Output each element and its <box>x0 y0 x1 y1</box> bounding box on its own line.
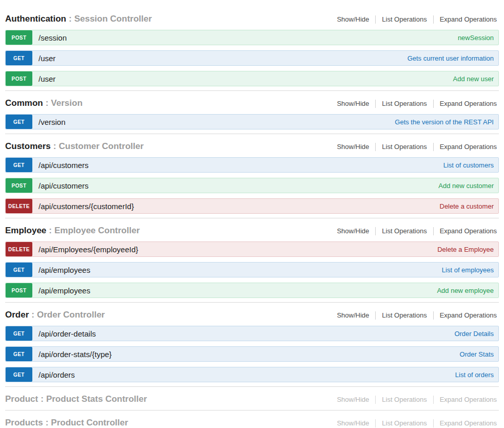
endpoint-summary[interactable]: List of orders <box>455 367 498 382</box>
resource-heading: Product:Product Stats Controller Show/Hi… <box>5 394 499 410</box>
show-hide-link[interactable]: Show/Hide <box>331 227 375 235</box>
endpoint-row[interactable]: GET /version Gets the version of the RES… <box>5 114 499 129</box>
http-method-badge: POST <box>6 30 32 45</box>
endpoint-row[interactable]: POST /user Add new user <box>5 71 499 86</box>
resource-title: Customers:Customer Controller <box>5 141 144 152</box>
show-hide-link[interactable]: Show/Hide <box>331 419 375 427</box>
resource-heading: Common:Version Show/Hide List Operations… <box>5 98 499 114</box>
endpoint-row[interactable]: POST /session newSession <box>5 30 499 45</box>
heading-separator: : <box>46 98 49 108</box>
endpoint-summary[interactable]: Order Details <box>454 326 498 341</box>
expand-operations-link[interactable]: Expand Operations <box>433 143 497 151</box>
expand-operations-link[interactable]: Expand Operations <box>433 227 497 235</box>
resource-name[interactable]: Order <box>5 310 29 320</box>
resource-name[interactable]: Authentication <box>5 14 66 24</box>
expand-operations-link[interactable]: Expand Operations <box>433 396 497 404</box>
controller-name: Employee Controller <box>54 226 140 235</box>
list-operations-link[interactable]: List Operations <box>375 396 433 404</box>
resource-name[interactable]: Customers <box>5 141 51 151</box>
endpoint-list: GET /version Gets the version of the RES… <box>5 114 499 129</box>
resource-options: Show/Hide List Operations Expand Operati… <box>331 419 497 427</box>
endpoint-row[interactable]: GET /api/employees List of employees <box>5 262 499 277</box>
show-hide-link[interactable]: Show/Hide <box>331 143 375 151</box>
http-method-badge: POST <box>6 178 32 193</box>
show-hide-link[interactable]: Show/Hide <box>331 15 375 24</box>
resource-options: Show/Hide List Operations Expand Operati… <box>331 143 497 151</box>
expand-operations-link[interactable]: Expand Operations <box>433 15 497 24</box>
http-method-badge: GET <box>6 326 32 341</box>
endpoint-path[interactable]: /api/Employees/{employeeId} <box>38 242 138 256</box>
resource-name[interactable]: Products <box>5 418 43 427</box>
endpoint-summary[interactable]: Gets current user information <box>408 51 498 65</box>
http-method-badge: GET <box>6 115 32 129</box>
endpoint-list: GET /api/customers List of customers POS… <box>5 157 499 214</box>
endpoint-summary[interactable]: Gets the version of the REST API <box>395 115 498 129</box>
show-hide-link[interactable]: Show/Hide <box>331 100 375 108</box>
http-method-badge: GET <box>6 158 32 172</box>
endpoint-row[interactable]: GET /api/orders List of orders <box>5 367 499 382</box>
list-operations-link[interactable]: List Operations <box>375 311 433 320</box>
endpoint-path[interactable]: /api/customers <box>38 158 89 172</box>
expand-operations-link[interactable]: Expand Operations <box>433 100 497 108</box>
api-resource-section: Employee:Employee Controller Show/Hide L… <box>5 218 499 303</box>
endpoint-path[interactable]: /api/orders <box>38 367 75 382</box>
endpoint-summary[interactable]: Add new customer <box>438 178 498 193</box>
resource-heading: Customers:Customer Controller Show/Hide … <box>5 141 499 157</box>
resource-heading: Authentication:Session Controller Show/H… <box>5 13 499 30</box>
endpoint-summary[interactable]: newSession <box>458 30 498 45</box>
endpoint-path[interactable]: /api/employees <box>38 263 90 277</box>
endpoint-path[interactable]: /user <box>38 51 55 65</box>
endpoint-path[interactable]: /user <box>38 71 55 86</box>
resource-name[interactable]: Employee <box>5 226 46 235</box>
list-operations-link[interactable]: List Operations <box>375 419 433 427</box>
resource-options: Show/Hide List Operations Expand Operati… <box>331 227 497 235</box>
resource-name[interactable]: Common <box>5 98 43 108</box>
endpoint-path[interactable]: /api/employees <box>38 283 90 297</box>
api-resource-section: Authentication:Session Controller Show/H… <box>5 7 499 91</box>
endpoint-row[interactable]: GET /api/order-details Order Details <box>5 326 499 341</box>
expand-operations-link[interactable]: Expand Operations <box>433 419 497 427</box>
list-operations-link[interactable]: List Operations <box>375 100 433 108</box>
resource-options: Show/Hide List Operations Expand Operati… <box>331 100 497 108</box>
resource-name[interactable]: Product <box>5 394 38 404</box>
resource-title: Authentication:Session Controller <box>5 13 152 24</box>
endpoint-path[interactable]: /api/customers/{customerId} <box>38 199 134 213</box>
endpoint-path[interactable]: /api/order-details <box>38 326 96 341</box>
endpoint-summary[interactable]: Order Stats <box>460 347 498 361</box>
list-operations-link[interactable]: List Operations <box>375 227 433 235</box>
endpoint-summary[interactable]: Delete a customer <box>440 199 499 213</box>
resource-options: Show/Hide List Operations Expand Operati… <box>331 15 497 24</box>
http-method-badge: GET <box>6 263 32 277</box>
endpoint-row[interactable]: GET /api/customers List of customers <box>5 157 499 173</box>
endpoint-path[interactable]: /session <box>38 30 67 45</box>
endpoint-list: DELETE /api/Employees/{employeeId} Delet… <box>5 241 499 298</box>
api-resource-section: Product:Product Stats Controller Show/Hi… <box>5 387 499 411</box>
controller-name: Product Controller <box>51 418 128 427</box>
endpoint-row[interactable]: DELETE /api/Employees/{employeeId} Delet… <box>5 241 499 257</box>
endpoint-summary[interactable]: Add new user <box>453 71 499 86</box>
http-method-badge: GET <box>6 51 32 65</box>
http-method-badge: POST <box>6 71 32 86</box>
endpoint-row[interactable]: GET /user Gets current user information <box>5 50 499 66</box>
http-method-badge: DELETE <box>6 199 32 213</box>
expand-operations-link[interactable]: Expand Operations <box>433 311 497 320</box>
endpoint-row[interactable]: DELETE /api/customers/{customerId} Delet… <box>5 198 499 214</box>
endpoint-summary[interactable]: List of customers <box>443 158 498 172</box>
list-operations-link[interactable]: List Operations <box>375 15 433 24</box>
endpoint-summary[interactable]: Add new employee <box>437 283 498 297</box>
endpoint-row[interactable]: POST /api/employees Add new employee <box>5 283 499 298</box>
show-hide-link[interactable]: Show/Hide <box>331 311 375 320</box>
resource-options: Show/Hide List Operations Expand Operati… <box>331 311 497 320</box>
endpoint-path[interactable]: /version <box>38 115 66 129</box>
show-hide-link[interactable]: Show/Hide <box>331 396 375 404</box>
endpoint-path[interactable]: /api/customers <box>38 178 89 193</box>
endpoint-path[interactable]: /api/order-stats/{type} <box>38 347 112 361</box>
endpoint-list: GET /api/order-details Order Details GET… <box>5 326 499 382</box>
endpoint-summary[interactable]: Delete a Employee <box>437 242 498 256</box>
api-resources: Authentication:Session Controller Show/H… <box>0 0 504 428</box>
list-operations-link[interactable]: List Operations <box>375 143 433 151</box>
endpoint-row[interactable]: GET /api/order-stats/{type} Order Stats <box>5 346 499 362</box>
endpoint-row[interactable]: POST /api/customers Add new customer <box>5 178 499 193</box>
resource-heading: Order:Order Controller Show/Hide List Op… <box>5 309 499 326</box>
endpoint-summary[interactable]: List of employees <box>442 263 498 277</box>
